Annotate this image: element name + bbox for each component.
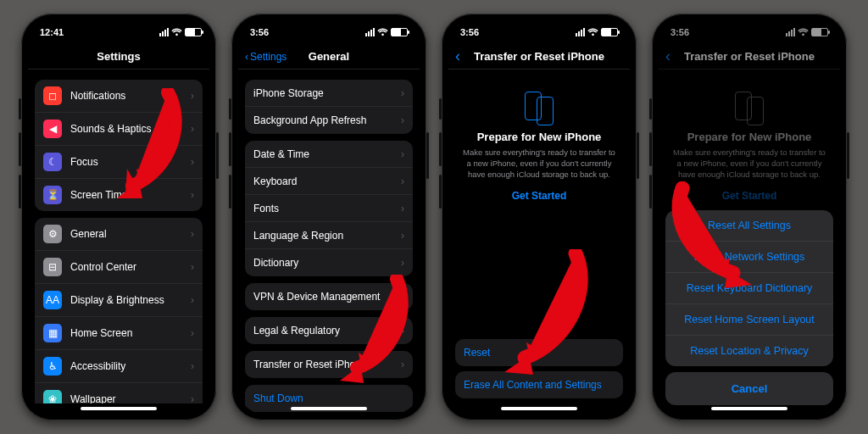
bell-icon: ◻︎ <box>43 86 62 105</box>
wifi-icon <box>171 28 182 36</box>
home-indicator[interactable] <box>711 407 787 410</box>
cell-signal-icon <box>159 28 169 36</box>
home-indicator[interactable] <box>501 407 577 410</box>
chevron-right-icon: › <box>191 90 194 102</box>
phone-transfer-reset: 3:56 ‹ Transfer or Reset iPhone Prepare … <box>442 14 637 420</box>
battery-icon <box>391 28 408 36</box>
prepare-block: Prepare for New iPhone Make sure everyth… <box>659 70 840 217</box>
phone-reset-sheet: 3:56 ‹ Transfer or Reset iPhone Prepare … <box>652 14 847 420</box>
notch <box>499 20 580 36</box>
battery-icon <box>811 28 828 36</box>
battery-icon <box>185 28 202 36</box>
prepare-subtitle: Make sure everything's ready to transfer… <box>670 147 828 180</box>
prepare-title: Prepare for New iPhone <box>670 131 828 143</box>
chevron-right-icon: › <box>191 189 194 201</box>
chevron-right-icon: › <box>191 327 194 339</box>
row-bg-refresh[interactable]: Background App Refresh› <box>245 107 413 134</box>
prepare-subtitle: Make sure everything's ready to transfer… <box>460 147 618 180</box>
row-erase-all[interactable]: Erase All Content and Settings <box>455 371 623 398</box>
row-focus[interactable]: ☾Focus› <box>35 146 203 179</box>
opt-reset-network[interactable]: Reset Network Settings <box>665 242 833 273</box>
row-vpn[interactable]: VPN & Device Management› <box>245 283 413 310</box>
chevron-right-icon: › <box>401 175 404 187</box>
clock: 3:56 <box>250 27 269 37</box>
home-indicator[interactable] <box>291 407 367 410</box>
row-notifications[interactable]: ◻︎Notifications› <box>35 80 203 113</box>
page-title: Transfer or Reset iPhone <box>684 50 815 63</box>
row-accessibility[interactable]: ♿︎Accessibility› <box>35 350 203 383</box>
chevron-right-icon: › <box>191 156 194 168</box>
opt-reset-all-settings[interactable]: Reset All Settings <box>665 210 833 242</box>
page-title: General <box>309 50 349 63</box>
settings-list[interactable]: ◻︎Notifications› ◀︎Sounds & Haptics› ☾Fo… <box>28 70 209 403</box>
row-iphone-storage[interactable]: iPhone Storage› <box>245 80 413 107</box>
get-started-button[interactable]: Get Started <box>722 190 777 202</box>
chevron-right-icon: › <box>401 257 404 269</box>
notch <box>289 20 370 36</box>
accessibility-icon: ♿︎ <box>43 357 62 376</box>
chevron-right-icon: › <box>191 294 194 306</box>
row-control-center[interactable]: ⊟Control Center› <box>35 251 203 284</box>
two-iphones-icon <box>460 92 618 125</box>
grid-icon: ▦ <box>43 324 62 342</box>
row-language-region[interactable]: Language & Region› <box>245 222 413 249</box>
row-screentime[interactable]: ⏳Screen Time› <box>35 179 203 211</box>
two-iphones-icon <box>670 92 828 125</box>
flower-icon: ❀ <box>43 390 62 403</box>
chevron-right-icon: › <box>401 325 404 337</box>
wifi-icon <box>798 28 809 36</box>
switches-icon: ⊟ <box>43 258 62 276</box>
general-list[interactable]: iPhone Storage› Background App Refresh› … <box>238 70 420 414</box>
back-button[interactable]: ‹ <box>665 47 670 65</box>
row-general[interactable]: ⚙General› <box>35 218 203 251</box>
phone-settings: 12:41 62 Settings ◻︎Notifications› ◀︎Sou… <box>21 14 216 420</box>
row-fonts[interactable]: Fonts› <box>245 195 413 222</box>
row-sounds[interactable]: ◀︎Sounds & Haptics› <box>35 113 203 146</box>
wifi-icon <box>377 28 388 36</box>
home-indicator[interactable] <box>81 407 157 410</box>
chevron-left-icon: ‹ <box>245 51 248 63</box>
notch <box>709 20 790 36</box>
row-display[interactable]: AADisplay & Brightness› <box>35 284 203 317</box>
row-home-screen[interactable]: ▦Home Screen› <box>35 317 203 350</box>
row-dictionary[interactable]: Dictionary› <box>245 249 413 276</box>
clock: 3:56 <box>670 27 689 37</box>
row-legal[interactable]: Legal & Regulatory› <box>245 317 413 344</box>
nav-bar: ‹Settings General <box>238 44 420 70</box>
wifi-icon <box>587 28 598 36</box>
row-keyboard[interactable]: Keyboard› <box>245 168 413 195</box>
opt-reset-location-privacy[interactable]: Reset Location & Privacy <box>665 336 833 366</box>
clock: 3:56 <box>460 27 479 37</box>
chevron-right-icon: › <box>401 359 404 370</box>
back-button[interactable]: ‹Settings <box>245 51 287 63</box>
cancel-button[interactable]: Cancel <box>665 372 833 405</box>
chevron-right-icon: › <box>191 123 194 135</box>
prepare-title: Prepare for New iPhone <box>460 131 618 143</box>
phone-general: 3:56 ‹Settings General iPhone Storage› B… <box>231 14 426 420</box>
battery-icon <box>601 28 618 36</box>
nav-bar: ‹ Transfer or Reset iPhone <box>659 44 840 70</box>
chevron-right-icon: › <box>401 87 404 99</box>
chevron-left-icon: ‹ <box>455 47 460 65</box>
nav-bar: ‹ Transfer or Reset iPhone <box>448 44 630 70</box>
row-transfer-reset[interactable]: Transfer or Reset iPhone› <box>245 351 413 378</box>
back-button[interactable]: ‹ <box>455 47 460 65</box>
clock: 12:41 <box>40 27 64 37</box>
row-wallpaper[interactable]: ❀Wallpaper› <box>35 383 203 403</box>
nav-bar: Settings <box>28 44 209 70</box>
chevron-right-icon: › <box>191 228 194 240</box>
reset-action-sheet: Reset All Settings Reset Network Setting… <box>665 210 833 405</box>
opt-reset-home-screen-layout[interactable]: Reset Home Screen Layout <box>665 304 833 336</box>
hourglass-icon: ⏳ <box>43 186 62 204</box>
page-title: Settings <box>97 50 140 63</box>
row-date-time[interactable]: Date & Time› <box>245 141 413 168</box>
chevron-left-icon: ‹ <box>665 47 670 65</box>
prepare-block: Prepare for New iPhone Make sure everyth… <box>448 70 630 217</box>
get-started-button[interactable]: Get Started <box>512 190 567 202</box>
speaker-icon: ◀︎ <box>43 120 62 138</box>
opt-reset-keyboard-dictionary[interactable]: Reset Keyboard Dictionary <box>665 273 833 304</box>
chevron-right-icon: › <box>191 261 194 273</box>
chevron-right-icon: › <box>401 291 404 303</box>
row-reset[interactable]: Reset <box>455 339 623 366</box>
chevron-right-icon: › <box>401 114 404 126</box>
